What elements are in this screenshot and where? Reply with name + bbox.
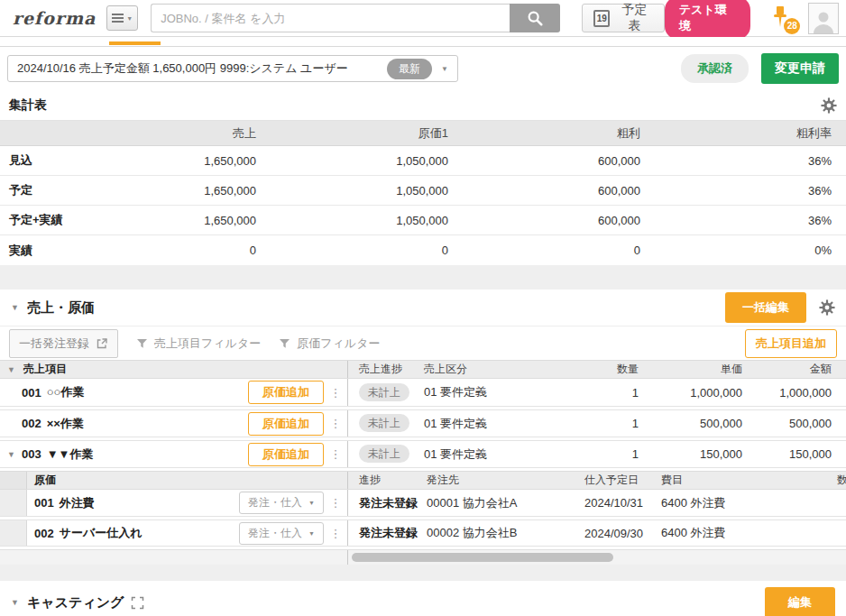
kebab-menu-icon[interactable]: ⋮ <box>324 386 347 400</box>
collapse-triangle-icon[interactable]: ▼ <box>11 303 27 312</box>
main-menu-button[interactable]: ▼ <box>106 5 138 31</box>
user-avatar[interactable] <box>808 3 839 34</box>
collapse-triangle-icon[interactable]: ▼ <box>7 365 23 374</box>
table-row: 予定+実績 1,650,000 1,050,000 600,000 36% <box>0 206 846 235</box>
collapse-triangle-icon[interactable]: ▼ <box>11 598 27 607</box>
column-header: 売上 <box>90 125 256 142</box>
funnel-icon <box>279 338 290 349</box>
bulk-order-button[interactable]: 一括発注登録 <box>9 329 118 358</box>
hamburger-icon <box>112 14 124 23</box>
job-search <box>151 4 560 32</box>
sales-cost-toolbar: 一括発注登録 売上項目フィルター 原価フィルター 売上項目追加 <box>0 326 846 360</box>
kebab-menu-icon[interactable]: ⋮ <box>324 447 347 461</box>
horizontal-scrollbar <box>0 549 846 565</box>
summary-table-header: 売上 原価1 粗利 粗利率 <box>0 121 846 146</box>
casting-section: ▼ キャスティング 編集 <box>0 581 846 616</box>
kebab-menu-icon[interactable]: ⋮ <box>324 527 347 540</box>
collapse-triangle-icon[interactable]: ▼ <box>7 450 22 459</box>
column-header: 粗利 <box>448 125 640 142</box>
revision-select[interactable]: 2024/10/16 売上予定金額 1,650,000円 9999:システム ユ… <box>7 55 458 82</box>
pin-notifications[interactable]: 28 <box>770 5 790 32</box>
add-sales-item-button[interactable]: 売上項目追加 <box>745 329 837 358</box>
external-link-icon <box>96 337 108 350</box>
summary-section: 集計表 <box>0 90 846 265</box>
sales-item-row: 001 ○○作業 原価追加 ⋮ 未計上 01 要件定義 1 1,000,000 … <box>0 379 846 407</box>
sales-item-row: 002 ××作業 原価追加 ⋮ 未計上 01 要件定義 1 500,000 50… <box>0 409 846 437</box>
cost-row: 001 外注費 発注・仕入 ▼ ⋮ 発注未登録 00001 協力会社A 2024… <box>0 490 846 517</box>
status-badge: 未計上 <box>359 445 409 463</box>
cost-filter[interactable]: 原価フィルター <box>279 336 380 352</box>
add-cost-button[interactable]: 原価追加 <box>248 412 324 436</box>
kebab-menu-icon[interactable]: ⋮ <box>324 417 347 430</box>
search-icon <box>526 9 544 27</box>
kebab-menu-icon[interactable]: ⋮ <box>324 496 347 510</box>
summary-title: 集計表 <box>9 97 47 114</box>
active-tab-indicator <box>109 41 161 45</box>
cost-row: 002 サーバー仕入れ 発注・仕入 ▼ ⋮ 発注未登録 00002 協力会社B … <box>0 519 846 547</box>
status-badge: 未計上 <box>359 414 409 432</box>
top-header: reforma ▼ 19 予定表 テスト環境 <box>0 0 846 37</box>
revision-bar: 2024/10/16 売上予定金額 1,650,000円 9999:システム ユ… <box>0 47 846 90</box>
edit-button[interactable]: 編集 <box>765 587 835 616</box>
gear-icon[interactable] <box>821 97 837 114</box>
sales-item-row: ▼ 003 ▼▼作業 原価追加 ⋮ 未計上 01 要件定義 1 150,000 … <box>0 440 846 468</box>
schedule-label: 予定表 <box>616 2 652 34</box>
search-input[interactable] <box>151 4 510 32</box>
change-request-button[interactable]: 変更申請 <box>761 53 839 84</box>
latest-badge: 最新 <box>387 59 432 79</box>
sales-cost-title: 売上・原価 <box>27 299 95 317</box>
casting-title: キャスティング <box>27 594 124 611</box>
sales-cost-section: ▼ 売上・原価 一括編集 <box>0 290 846 565</box>
cost-table-header: 原価 進捗 発注先 仕入予定日 費目 数 <box>0 471 846 490</box>
column-header: 粗利率 <box>640 125 846 142</box>
add-cost-button[interactable]: 原価追加 <box>248 381 324 404</box>
chevron-down-icon: ▼ <box>126 15 133 22</box>
chevron-down-icon: ▼ <box>308 500 315 506</box>
notification-count-badge: 28 <box>784 18 800 34</box>
column-header: 原価1 <box>256 125 448 142</box>
status-badge: 未計上 <box>359 383 409 401</box>
sales-item-filter[interactable]: 売上項目フィルター <box>136 336 261 352</box>
revision-label: 2024/10/16 売上予定金額 1,650,000円 9999:システム ユ… <box>17 60 348 77</box>
table-row: 予定 1,650,000 1,050,000 600,000 36% <box>0 176 846 206</box>
order-purchase-dropdown[interactable]: 発注・仕入 ▼ <box>239 522 324 545</box>
environment-badge: テスト環境 <box>665 0 751 40</box>
tab-strip <box>0 37 846 47</box>
page: reforma ▼ 19 予定表 テスト環境 <box>0 0 846 616</box>
search-button[interactable] <box>510 4 560 32</box>
sales-items-header: ▼ 売上項目 売上進捗 売上区分 数量 単価 金額 <box>0 360 846 379</box>
funnel-icon <box>136 338 148 349</box>
approval-status-badge: 承認済 <box>681 54 749 83</box>
chevron-down-icon: ▼ <box>308 530 315 537</box>
table-row: 実績 0 0 0 0% <box>0 235 846 265</box>
bulk-edit-button[interactable]: 一括編集 <box>725 292 806 323</box>
calendar-icon: 19 <box>593 10 610 27</box>
table-row: 見込 1,650,000 1,050,000 600,000 36% <box>0 146 846 176</box>
expand-icon[interactable] <box>131 596 144 610</box>
chevron-down-icon: ▼ <box>441 65 448 73</box>
gear-icon[interactable] <box>819 299 835 316</box>
scrollbar-thumb[interactable] <box>352 553 613 562</box>
add-cost-button[interactable]: 原価追加 <box>248 443 324 466</box>
app-logo: reforma <box>7 8 101 28</box>
schedule-button[interactable]: 19 予定表 <box>582 4 665 32</box>
order-purchase-dropdown[interactable]: 発注・仕入 ▼ <box>239 492 324 514</box>
person-icon <box>810 8 837 33</box>
